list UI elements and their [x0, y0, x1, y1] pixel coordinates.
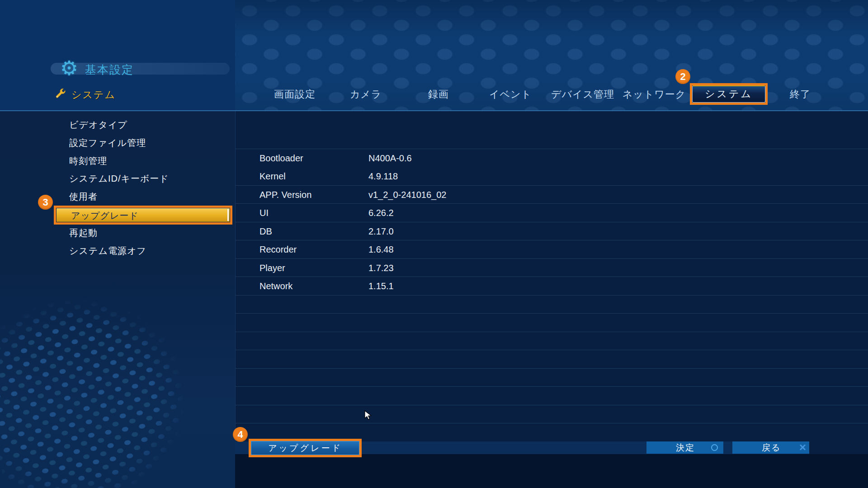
nav-tab-device[interactable]: デバイス管理 [551, 88, 614, 101]
upgrade-button[interactable]: アップグレード [251, 441, 359, 455]
row-value: 1.6.48 [368, 240, 394, 258]
row-value: 1.7.23 [368, 259, 394, 277]
banner-divider-line [0, 110, 868, 111]
table-row: UI 6.26.2 [236, 204, 868, 222]
row-label: DB [259, 222, 272, 240]
ok-button-label: 決定 [676, 441, 695, 454]
step-badge-4: 4 [233, 427, 248, 442]
nav-tab-exit[interactable]: 終了 [790, 88, 811, 101]
table-row: Network 1.15.1 [236, 277, 868, 295]
table-row: Recorder 1.6.48 [236, 240, 868, 258]
step-badge-2: 2 [675, 69, 690, 84]
row-value: 1.15.1 [368, 277, 394, 295]
annotation-box-step3 [54, 206, 232, 225]
nav-tab-camera[interactable]: カメラ [350, 88, 382, 101]
sidebar-item-reboot[interactable]: 再起動 [69, 224, 98, 242]
row-value: N400A-0.6 [368, 149, 412, 167]
circle-icon [711, 444, 718, 451]
ok-button[interactable]: 決定 [646, 441, 723, 454]
row-value: 4.9.118 [368, 167, 398, 185]
row-label: APP. Version [259, 186, 311, 204]
x-icon [799, 444, 806, 451]
row-value: v1_2_0-241016_02 [368, 186, 446, 204]
back-button-label: 戻る [762, 441, 781, 454]
step-badge-3: 3 [38, 195, 53, 210]
table-row: APP. Version v1_2_0-241016_02 [236, 186, 868, 204]
sidebar-item-users[interactable]: 使用者 [69, 188, 98, 206]
nav-tab-display[interactable]: 画面設定 [274, 88, 316, 101]
annotation-box-step4: アップグレード [249, 439, 362, 457]
sidebar-dot-pattern [0, 226, 269, 488]
main-panel: Bootloader N400A-0.6 Kernel 4.9.118 APP.… [235, 111, 868, 488]
mouse-cursor [364, 410, 373, 421]
row-label: Player [259, 259, 285, 277]
sidebar [0, 111, 235, 488]
table-row: Kernel 4.9.118 [236, 167, 868, 185]
sidebar-item-power-off[interactable]: システム電源オフ [69, 242, 146, 260]
row-label: Network [259, 277, 292, 295]
sidebar-item-system-id[interactable]: システムID/キーボード [69, 169, 169, 188]
row-label: Kernel [259, 167, 286, 185]
nav-tab-record[interactable]: 録画 [428, 88, 449, 101]
sidebar-item-video-type[interactable]: ビデオタイプ [69, 116, 127, 134]
nav-tab-system-selected[interactable]: システム [692, 85, 765, 103]
gear-icon: ⚙ [59, 58, 79, 79]
sidebar-item-time-management[interactable]: 時刻管理 [69, 152, 107, 170]
row-label: Bootloader [259, 149, 303, 167]
nav-tab-event[interactable]: イベント [489, 88, 532, 101]
wrench-icon [54, 88, 66, 100]
settings-screen: ⚙ 基本設定 画面設定 カメラ 録画 イベント デバイス管理 ネットワーク シス… [0, 0, 868, 488]
footer-lower-strip [235, 454, 868, 488]
page-title: 基本設定 [85, 62, 134, 77]
nav-tab-network[interactable]: ネットワーク [623, 88, 686, 101]
row-value: 2.17.0 [368, 222, 394, 240]
table-row: DB 2.17.0 [236, 222, 868, 240]
row-value: 6.26.2 [368, 204, 394, 222]
row-label: UI [259, 204, 269, 222]
table-row: Bootloader N400A-0.6 [236, 149, 868, 167]
sidebar-header-system: システム [71, 88, 116, 102]
sidebar-item-config-file[interactable]: 設定ファイル管理 [69, 134, 146, 152]
annotation-box-step2: システム [690, 83, 768, 105]
table-row: Player 1.7.23 [236, 259, 868, 277]
back-button[interactable]: 戻る [732, 441, 809, 454]
row-label: Recorder [259, 240, 297, 258]
